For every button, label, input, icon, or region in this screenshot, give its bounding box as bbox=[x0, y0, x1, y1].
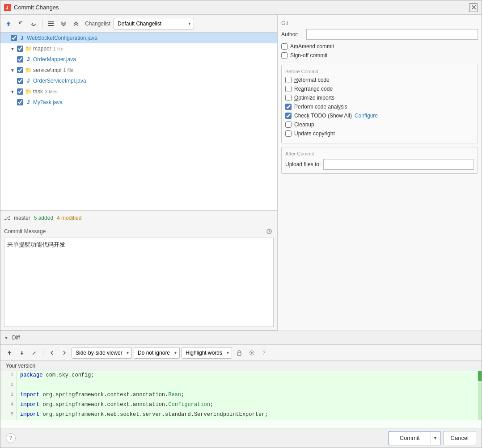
rearrange-row: Rearrange code bbox=[285, 86, 474, 92]
serviceimpl-folder-name: service\impl bbox=[33, 67, 61, 73]
serviceimpl-file-count: 1 file bbox=[63, 67, 73, 73]
group-button[interactable] bbox=[46, 18, 56, 29]
analysis-checkbox[interactable] bbox=[285, 104, 292, 110]
analysis-label[interactable]: Perform code analysis bbox=[294, 104, 347, 110]
after-commit-title: After Commit bbox=[285, 151, 474, 156]
lock-button[interactable] bbox=[234, 348, 245, 358]
task-file-count: 3 files bbox=[45, 89, 58, 94]
tree-item-mapper-folder[interactable]: ▼ 📁 mapper 1 file bbox=[0, 43, 277, 54]
websocket-checkbox[interactable] bbox=[11, 35, 17, 41]
sign-off-checkbox[interactable] bbox=[281, 52, 288, 59]
amend-commit-checkbox[interactable] bbox=[281, 43, 288, 50]
file-toolbar: Changelist: Default Changelist bbox=[0, 15, 277, 33]
cancel-button[interactable]: Cancel bbox=[443, 431, 476, 445]
expand-all-button[interactable] bbox=[58, 18, 69, 29]
tree-item-websocket[interactable]: J WebSocketConfiguration.java bbox=[0, 33, 277, 43]
optimize-checkbox[interactable] bbox=[285, 95, 292, 101]
copyright-label[interactable]: Update copyright bbox=[294, 130, 335, 137]
svg-rect-5 bbox=[48, 25, 54, 26]
commit-message-header: Commit Message bbox=[4, 227, 274, 236]
mapper-file-count: 1 file bbox=[53, 46, 63, 51]
diff-line-num-5: 5 bbox=[0, 410, 17, 420]
sign-off-label[interactable]: Sign-off commit bbox=[290, 52, 327, 59]
diff-next-button[interactable] bbox=[17, 348, 27, 358]
author-input[interactable] bbox=[306, 29, 478, 40]
before-commit-title: Before Commit bbox=[285, 69, 474, 74]
diff-version-label: Your version bbox=[0, 361, 482, 371]
tree-item-task-folder[interactable]: ▼ 📁 task 3 files bbox=[0, 86, 277, 97]
diff-next-file-button[interactable] bbox=[59, 348, 70, 358]
undo-button[interactable] bbox=[16, 18, 26, 29]
commit-message-section: Commit Message 来单提醒功能代码开发 bbox=[0, 224, 277, 331]
svg-text:J: J bbox=[6, 5, 8, 10]
todo-row: Check TODO (Show All) Configure bbox=[285, 113, 474, 119]
collapse-all-button[interactable] bbox=[71, 18, 81, 29]
after-commit-group: After Commit Upload files to: bbox=[281, 147, 478, 174]
move-up-button[interactable] bbox=[3, 18, 14, 29]
tree-item-ordermapper[interactable]: J OrderMapper.java bbox=[0, 54, 277, 65]
highlight-select[interactable]: Highlight words bbox=[182, 347, 232, 359]
serviceimpl-checkbox[interactable] bbox=[17, 67, 23, 73]
settings-button[interactable] bbox=[246, 348, 257, 358]
svg-rect-3 bbox=[48, 21, 54, 22]
diff-indicator-2 bbox=[478, 381, 482, 391]
mapper-toggle[interactable]: ▼ bbox=[9, 46, 16, 52]
window-title: Commit Changes bbox=[14, 4, 469, 11]
commit-message-textarea[interactable]: 来单提醒功能代码开发 bbox=[4, 238, 274, 327]
viewer-select[interactable]: Side-by-side viewer bbox=[72, 347, 132, 359]
right-panel: Git Author: AmAmend commit Sign-off comm… bbox=[278, 15, 482, 331]
diff-toggle-icon: ▼ bbox=[4, 335, 8, 340]
diff-header[interactable]: ▼ Diff bbox=[0, 331, 482, 345]
ordermapper-checkbox[interactable] bbox=[17, 56, 23, 63]
reformat-label[interactable]: Reformat code bbox=[294, 77, 330, 83]
changelist-select[interactable]: Default Changelist bbox=[114, 18, 194, 29]
copyright-row: Update copyright bbox=[285, 130, 474, 137]
tree-item-serviceimpl-folder[interactable]: ▼ 📁 service\impl 1 file bbox=[0, 65, 277, 75]
todo-label[interactable]: Check TODO (Show All) bbox=[294, 113, 352, 119]
diff-edit-button[interactable] bbox=[29, 348, 40, 358]
mapper-checkbox[interactable] bbox=[17, 46, 23, 52]
cleanup-label[interactable]: Cleanup bbox=[294, 121, 314, 128]
rearrange-label[interactable]: Rearrange code bbox=[294, 86, 333, 92]
copyright-checkbox[interactable] bbox=[285, 130, 292, 137]
orderserviceimpl-checkbox[interactable] bbox=[17, 78, 23, 84]
todo-checkbox[interactable] bbox=[285, 113, 292, 119]
configure-link[interactable]: Configure bbox=[355, 113, 378, 119]
optimize-label[interactable]: Optimize imports bbox=[294, 95, 334, 101]
upload-input[interactable] bbox=[323, 159, 474, 170]
diff-content: Your version 1 package com.sky.config; 2… bbox=[0, 361, 482, 428]
amend-commit-label[interactable]: AmAmend commit bbox=[290, 43, 334, 50]
tree-item-orderserviceimpl[interactable]: J OrderServiceImpl.java bbox=[0, 75, 277, 86]
commit-button[interactable]: Commit bbox=[389, 431, 431, 445]
close-button[interactable]: ✕ bbox=[469, 3, 478, 12]
serviceimpl-toggle[interactable]: ▼ bbox=[9, 67, 16, 73]
ignore-select[interactable]: Do not ignore bbox=[134, 347, 180, 359]
diff-prev-button[interactable] bbox=[4, 348, 15, 358]
help-icon-button[interactable]: ? bbox=[259, 348, 270, 358]
optimize-row: Optimize imports bbox=[285, 95, 474, 101]
git-section: Git Author: AmAmend commit Sign-off comm… bbox=[281, 18, 478, 61]
commit-dropdown-button[interactable]: ▼ bbox=[431, 431, 440, 445]
diff-title: Diff bbox=[12, 335, 20, 341]
mapper-folder-name: mapper bbox=[33, 46, 51, 52]
help-button[interactable]: ? bbox=[6, 433, 16, 443]
task-checkbox[interactable] bbox=[17, 88, 23, 95]
cleanup-checkbox[interactable] bbox=[285, 121, 292, 128]
author-row: Author: bbox=[281, 29, 478, 40]
refresh-button[interactable] bbox=[28, 18, 39, 29]
svg-rect-7 bbox=[237, 353, 241, 356]
commit-message-history-button[interactable] bbox=[265, 227, 274, 236]
rearrange-checkbox[interactable] bbox=[285, 86, 292, 92]
diff-toolbar: Side-by-side viewer Do not ignore Highli… bbox=[0, 345, 482, 361]
diff-prev-file-button[interactable] bbox=[47, 348, 57, 358]
mytask-checkbox[interactable] bbox=[17, 99, 23, 105]
status-bar-left: ⎇ master 5 added 4 modified bbox=[0, 211, 277, 224]
diff-line-num-4: 4 bbox=[0, 401, 17, 410]
task-toggle[interactable]: ▼ bbox=[9, 88, 16, 95]
tree-item-mytask[interactable]: J MyTask.java bbox=[0, 97, 277, 108]
svg-text:?: ? bbox=[262, 350, 266, 356]
file-tree[interactable]: J WebSocketConfiguration.java ▼ 📁 mapper… bbox=[0, 33, 277, 211]
changelist-wrapper: Default Changelist bbox=[114, 18, 194, 29]
diff-line-2: 2 bbox=[0, 381, 482, 391]
reformat-checkbox[interactable] bbox=[285, 77, 292, 83]
